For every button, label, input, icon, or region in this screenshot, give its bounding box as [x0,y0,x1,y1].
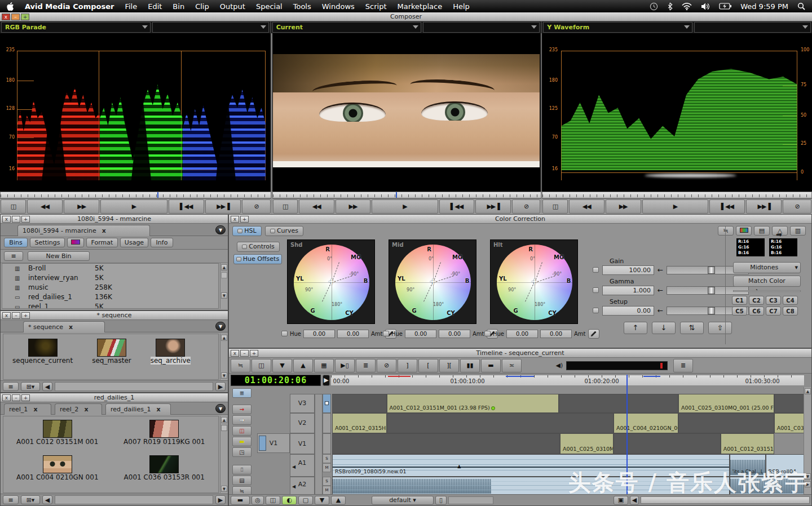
fast-forward-button[interactable]: ▶▶ [336,199,371,214]
video-quality-toggle-icon[interactable]: ◐ [282,496,297,505]
hue-wheel[interactable]: R MG B CY G YL 0° -90° 180° 90° + [294,245,369,320]
close-button[interactable]: x [2,394,11,401]
timeline-clip[interactable]: A001_C03 [774,413,806,433]
hue-wheel[interactable]: R MG B CY G YL 0° -90° 180° 90° + [395,245,471,320]
view-preset-dropdown[interactable]: default ▾ [372,496,434,505]
tab-format[interactable]: Format [86,238,118,247]
color-match-source-swatch[interactable]: R:16G:16B:16 [736,238,765,256]
color-match-dest-swatch[interactable]: R:16G:16B:16 [769,238,797,256]
menu-edit[interactable]: Edit [148,2,162,11]
audio-clip[interactable]: 'its a Chal...L [730,454,766,477]
correction-bucket-c6[interactable]: C6 [749,307,764,316]
notes-icon[interactable]: ▥ [790,226,806,236]
fast-menu-button[interactable]: ▼ [215,225,226,234]
menu-tools[interactable]: Tools [293,2,311,11]
correction-bucket-c1[interactable]: C1 [732,296,747,305]
tab-red-dailies[interactable]: red_dailies_1x [105,403,171,415]
position-bar-left[interactable] [0,192,271,198]
mute-button[interactable]: M [323,486,331,495]
zoom-button[interactable]: + [240,216,249,223]
tab-settings[interactable]: Settings [30,238,65,247]
auto-black-icon[interactable]: ↓ [652,322,676,334]
minimize-button[interactable]: – [11,14,20,20]
extract-splice-icon[interactable]: → [232,405,251,414]
hue-enable-checkbox[interactable] [383,331,389,336]
menu-bin[interactable]: Bin [173,2,184,11]
position-bar-right[interactable] [542,192,812,198]
effect-mode-icon[interactable]: ▦ [314,359,334,372]
left-monitor-source-dropdown[interactable] [152,22,269,33]
video-quality-icon[interactable]: ◫ [251,359,271,372]
right-monitor-source-dropdown[interactable] [694,22,811,33]
battery-icon[interactable] [719,3,731,10]
bin-row-reel1[interactable]: ▭reel_15K [2,302,218,309]
clip-a001-c012[interactable]: A001 C012 03151M 001 [6,420,109,454]
prev-event-button[interactable]: ▌◀◀ [709,199,745,214]
split-view-button[interactable]: ◫ [542,199,568,214]
correction-bucket-c7[interactable]: C7 [766,307,781,316]
close-button[interactable]: x [2,312,11,319]
wheel-crosshair[interactable]: + [531,277,539,287]
correction-bucket-c5[interactable]: C5 [732,307,747,316]
filler-clip[interactable] [559,394,678,413]
bin-row-music[interactable]: ▥music258K [2,283,218,292]
minimize-button[interactable]: – [12,216,20,223]
app-name[interactable]: Avid Media Composer [25,2,114,11]
controls-button[interactable]: Controls [237,242,280,252]
timeline-scrollbar-vertical[interactable]: ▲ ▼ ▶ [804,387,811,494]
amt-value[interactable]: 0.00 [540,330,572,338]
trim-icon[interactable]: ⌷ [232,465,251,474]
fill-window-icon[interactable]: ≣ [356,359,376,372]
filler-clip[interactable] [332,433,560,454]
hue-value[interactable]: 0.00 [303,330,335,338]
monitor-v1[interactable] [323,433,331,454]
hue-wheel[interactable]: R MG B CY G YL 0° -90° 180° 90° + [497,245,572,320]
toggle-monitor-icon[interactable]: ◫ [266,496,280,505]
composer-titlebar[interactable]: Composer [0,12,812,21]
close-button[interactable]: x [231,216,239,223]
project-tab[interactable]: 1080i_5994 - mmarcinex [17,225,150,236]
timeline-clip[interactable]: A001_C025_0310MQ_001 (25.00 FPS) [678,394,774,413]
timeline-scrollbar-horizontal[interactable] [641,496,810,504]
sequence-bin-titlebar[interactable]: * sequence [1,311,228,320]
prev-event-button[interactable]: ▌◀◀ [439,199,475,214]
slider-left-arrow[interactable]: ← [657,307,663,314]
setup-value[interactable]: 0.00 [602,306,654,316]
slider-left-arrow[interactable]: ← [657,266,663,274]
effect-mode-icon[interactable]: ≒ [718,226,734,236]
new-bin-button[interactable]: New Bin [28,251,90,261]
format-swatch-icon[interactable] [67,238,84,247]
solo-button[interactable]: S [323,477,331,486]
timeline-clip[interactable]: A001_C004_0210GN_00 [614,413,678,433]
filler-clip[interactable] [332,394,387,413]
audio-clip[interactable]: RSB-roll04 [766,454,806,477]
right-monitor-mode-dropdown[interactable]: Y Waveform [543,22,692,33]
center-monitor-source-dropdown[interactable] [423,22,540,33]
tab-usage[interactable]: Usage [120,238,148,247]
auto-white-icon[interactable]: ⇧ [708,322,732,334]
audio-clip[interactable]: ▲ RSBroll09_1080i59.new.01 [332,454,730,477]
zoom-button[interactable]: + [21,394,30,401]
minimize-button[interactable]: – [12,312,20,319]
clip-a001-c036[interactable]: A001 C036 03153R 001 [113,455,217,490]
hue-enable-checkbox[interactable] [281,331,288,336]
next-event-button[interactable]: ▶▶▐ [205,199,241,214]
speaker-icon[interactable]: ◀) [553,359,566,372]
segment-menu-icon[interactable]: ▬ [481,359,501,372]
match-color-button[interactable]: Match Color [733,276,801,287]
speaker-icon[interactable]: ◀ [292,480,295,494]
left-monitor-mode-dropdown[interactable]: RGB Parade [1,22,151,33]
amt-value[interactable]: 0.00 [337,330,369,338]
menu-special[interactable]: Special [256,2,283,11]
record-track-v2[interactable]: V2 [290,413,315,433]
close-tab-icon[interactable]: x [156,406,160,413]
segment-mode-icon[interactable]: ▬ [232,437,251,446]
gain-value[interactable]: 100.00 [602,265,654,275]
audio-clip[interactable] [730,477,806,495]
menu-script[interactable]: Script [365,2,387,11]
timeline-menu-icon[interactable]: ▬ [231,496,250,505]
scroll-left-icon[interactable]: ◀ [630,496,639,505]
tab-info[interactable]: Info [151,238,173,247]
spotlight-icon[interactable] [797,2,805,10]
film-icon[interactable]: ▤ [232,476,251,485]
